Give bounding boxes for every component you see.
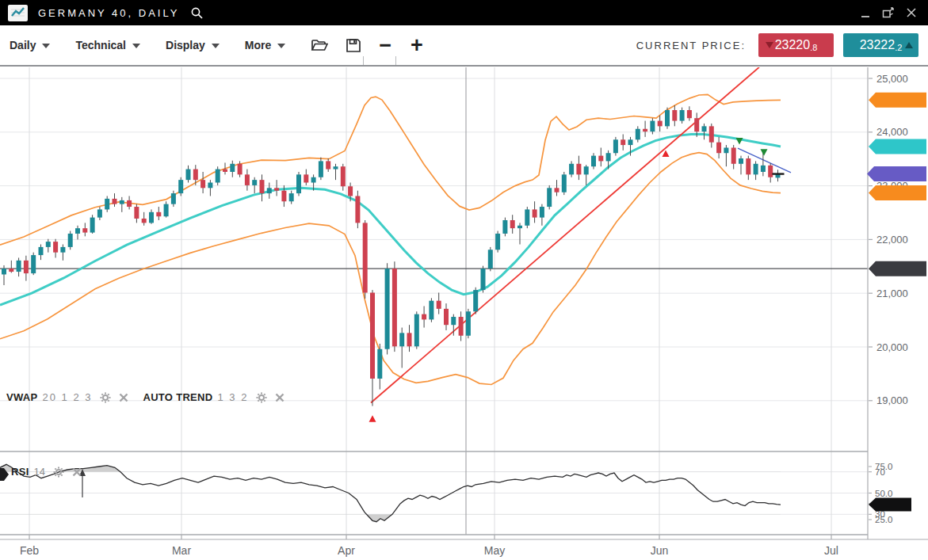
candle-body — [60, 247, 65, 253]
candle-body — [724, 147, 728, 153]
ask-price-dec: .2 — [895, 43, 902, 52]
menu-display[interactable]: Display — [166, 39, 220, 51]
candle-body — [495, 234, 500, 250]
candle-body — [636, 129, 640, 140]
candle-body — [613, 139, 618, 153]
month-tick-label: Apr — [338, 544, 355, 557]
candle-body — [355, 196, 360, 223]
candle-body — [429, 301, 433, 320]
chart-canvas[interactable]: 25,00024,00023,00022,00021,00020,00019,0… — [0, 67, 928, 560]
price-tick-label: 19,000 — [876, 394, 908, 406]
candle-body — [164, 204, 169, 217]
gridlines — [0, 67, 868, 535]
price-badge-tag — [869, 93, 926, 108]
triangle-down-marker — [736, 138, 743, 145]
price-badge-tag — [867, 166, 926, 181]
candle-body — [621, 139, 625, 145]
price-tick-label: 20,000 — [876, 341, 908, 353]
candle-body — [628, 139, 633, 145]
menu-timeframe-label: Daily — [10, 39, 36, 51]
auto-trend-indicator-label: AUTO TREND — [143, 391, 212, 403]
candle-body — [414, 314, 419, 347]
month-tick-label: Jul — [824, 544, 838, 557]
candle-body — [665, 110, 670, 126]
candle-body — [598, 156, 603, 162]
close-icon[interactable] — [72, 467, 82, 477]
candle-body — [230, 164, 235, 172]
candle-body — [105, 199, 109, 210]
close-icon[interactable] — [275, 393, 285, 402]
candle-body — [547, 188, 552, 207]
candle-body — [319, 161, 323, 177]
rsi-legend-row: RSI 14 — [11, 466, 82, 478]
candle-body — [304, 174, 308, 182]
rsi-tick-label: 70 — [875, 467, 885, 477]
menu-more-label: More — [245, 39, 271, 51]
bid-price-dec: .8 — [810, 43, 817, 52]
candle-body — [709, 126, 714, 142]
close-button[interactable] — [906, 7, 917, 18]
candle-body — [24, 261, 29, 273]
menu-technical-label: Technical — [75, 39, 126, 51]
candle-body — [9, 269, 13, 272]
candle-body — [149, 212, 154, 223]
axis-labels: 25,00024,00023,00022,00021,00020,00019,0… — [20, 73, 922, 558]
price-badge-tag — [869, 139, 926, 154]
candle-body — [68, 234, 73, 247]
ask-price-badge[interactable]: 23222.2 — [843, 33, 918, 57]
rsi-indicator-label: RSI — [11, 466, 29, 478]
auto-trend-params: 1 3 2 — [217, 391, 248, 403]
candle-body — [761, 166, 766, 172]
candle-body — [517, 226, 522, 228]
candle-body — [156, 212, 161, 216]
zoom-in-button[interactable]: + — [411, 35, 423, 56]
menu-more[interactable]: More — [245, 39, 285, 51]
toolbar-divider — [363, 56, 364, 65]
candle-body — [481, 269, 486, 290]
save-icon[interactable] — [346, 38, 361, 53]
candle-body — [754, 164, 758, 175]
chevron-down-icon — [212, 44, 220, 48]
candle-body — [75, 228, 80, 234]
auto-trend-line[interactable] — [371, 67, 759, 403]
rsi-tick-label: 50.0 — [875, 489, 892, 498]
candle-body — [510, 220, 515, 228]
menu-technical[interactable]: Technical — [75, 39, 140, 51]
search-icon[interactable] — [190, 6, 204, 20]
restore-button[interactable] — [882, 7, 895, 18]
candle-body — [208, 183, 212, 189]
candle-body — [399, 333, 404, 346]
candle-body — [31, 255, 36, 273]
candle-body — [238, 164, 243, 175]
chart-area[interactable]: 25,00024,00023,00022,00021,00020,00019,0… — [0, 67, 928, 560]
close-icon[interactable] — [119, 393, 128, 402]
menu-timeframe[interactable]: Daily — [10, 39, 50, 51]
candle-body — [562, 174, 567, 192]
candle-body — [687, 110, 692, 118]
candle-body — [252, 180, 257, 185]
candle-body — [178, 180, 183, 193]
open-folder-icon[interactable] — [311, 38, 328, 52]
chevron-down-icon — [132, 44, 140, 48]
month-tick-label: Jun — [651, 544, 669, 557]
price-up-arrow-icon — [905, 42, 913, 48]
candle-body — [142, 219, 147, 223]
bid-price-badge[interactable]: 23220.8 — [758, 33, 834, 57]
candle-body — [82, 228, 87, 232]
candle-body — [2, 269, 6, 274]
candle-body — [444, 309, 449, 325]
gear-icon[interactable] — [256, 392, 267, 403]
candle-body — [348, 186, 353, 196]
gear-icon[interactable] — [100, 392, 111, 403]
candle-body — [407, 333, 412, 346]
gear-icon[interactable] — [53, 467, 64, 478]
zoom-out-button[interactable]: − — [379, 35, 391, 56]
candle-body — [591, 156, 596, 167]
menu-display-label: Display — [166, 39, 205, 51]
candle-body — [643, 129, 647, 131]
minimize-button[interactable] — [861, 8, 871, 18]
candle-body — [533, 209, 537, 217]
candle-body — [540, 207, 544, 218]
candle-body — [650, 121, 655, 132]
candle-body — [53, 242, 58, 253]
